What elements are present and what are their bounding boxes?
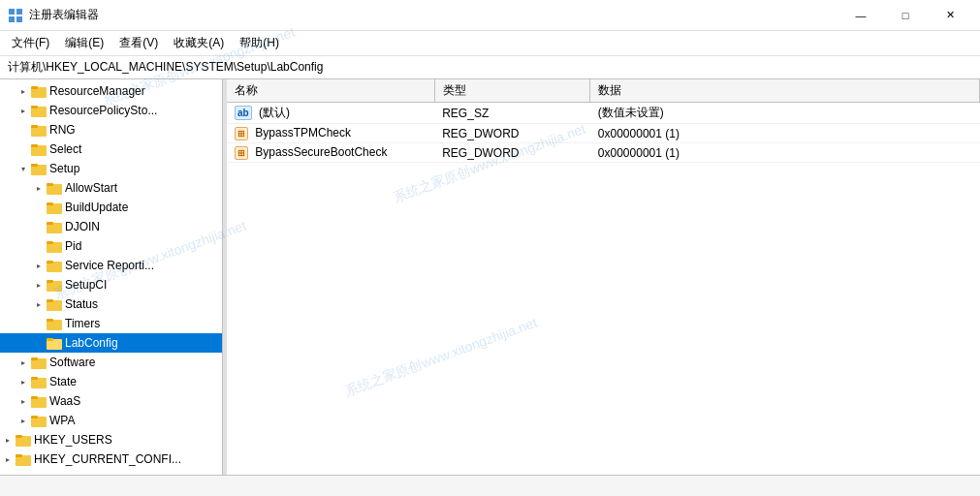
folder-icon xyxy=(47,278,62,292)
tree-label: HKEY_USERS xyxy=(34,433,112,447)
registry-type-cell: REG_DWORD xyxy=(434,143,590,163)
folder-icon xyxy=(31,142,47,156)
tree-arrow xyxy=(16,81,31,101)
tree-label: Service Reporti... xyxy=(65,259,154,272)
folder-icon xyxy=(47,181,62,195)
tree-label: WaaS xyxy=(49,394,80,408)
folder-icon xyxy=(47,297,62,311)
table-row[interactable]: ⊞ BypassTPMCheck REG_DWORD 0x00000001 (1… xyxy=(227,124,980,143)
table-row[interactable]: ⊞ BypassSecureBootCheck REG_DWORD 0x0000… xyxy=(227,143,980,163)
svg-rect-10 xyxy=(31,125,38,128)
svg-rect-3 xyxy=(16,16,22,22)
tree-arrow xyxy=(16,159,31,178)
folder-icon xyxy=(47,336,62,350)
svg-rect-2 xyxy=(9,16,15,22)
tree-item-buildupdate[interactable]: BuildUpdate xyxy=(0,198,222,217)
tree-label: Pid xyxy=(65,239,81,253)
registry-type-cell: REG_SZ xyxy=(434,103,590,124)
tree-label: WPA xyxy=(49,414,75,427)
svg-rect-28 xyxy=(47,299,53,302)
tree-label: Software xyxy=(49,356,95,369)
dword-icon: ⊞ xyxy=(235,146,248,160)
tree-item-pid[interactable]: Pid xyxy=(0,236,222,256)
menu-file[interactable]: 文件(F) xyxy=(4,33,57,54)
svg-rect-0 xyxy=(9,9,15,15)
registry-data-cell: 0x00000001 (1) xyxy=(590,143,980,163)
svg-rect-1 xyxy=(16,9,22,15)
tree-item-status[interactable]: Status xyxy=(0,294,222,314)
close-button[interactable]: ✕ xyxy=(928,0,972,31)
tree-item-labconfig[interactable]: LabConfig xyxy=(0,333,222,353)
folder-icon xyxy=(31,162,47,175)
statusbar xyxy=(0,475,980,496)
folder-icon xyxy=(47,239,62,253)
tree-item-resource-policy[interactable]: ResourcePolicySto... xyxy=(0,101,222,120)
tree-item-timers[interactable]: Timers xyxy=(0,314,222,333)
tree-label: Setup xyxy=(49,162,79,175)
menu-edit[interactable]: 编辑(E) xyxy=(57,33,111,54)
tree-item-setupci[interactable]: SetupCI xyxy=(0,275,222,294)
registry-table: 名称 类型 数据 ab (默认) REG_SZ (数值未设置) xyxy=(227,79,980,163)
tree-item-hkey-current[interactable]: HKEY_CURRENT_CONFI... xyxy=(0,450,222,469)
registry-name: BypassSecureBootCheck xyxy=(255,145,387,159)
tree-arrow xyxy=(16,372,31,391)
tree-item-waas[interactable]: WaaS xyxy=(0,391,222,411)
svg-rect-18 xyxy=(47,202,53,205)
tree-item-rng[interactable]: RNG xyxy=(0,120,222,140)
folder-icon xyxy=(47,220,62,233)
tree-label: DJOIN xyxy=(65,220,100,233)
folder-icon xyxy=(31,104,47,117)
tree-arrow xyxy=(31,256,47,275)
menu-favorites[interactable]: 收藏夹(A) xyxy=(166,33,232,54)
svg-rect-6 xyxy=(31,86,38,89)
tree-arrow xyxy=(31,217,47,236)
registry-name: BypassTPMCheck xyxy=(255,126,351,140)
svg-rect-42 xyxy=(16,435,22,438)
main-content: ResourceManager ResourcePolicySto... RNG… xyxy=(0,79,980,475)
window-controls: — □ ✕ xyxy=(838,0,972,31)
tree-panel: ResourceManager ResourcePolicySto... RNG… xyxy=(0,79,223,475)
tree-item-resource-manager[interactable]: ResourceManager xyxy=(0,81,222,101)
svg-rect-20 xyxy=(47,222,53,225)
folder-icon xyxy=(16,433,31,447)
tree-label: Status xyxy=(65,297,98,311)
tree-label: State xyxy=(49,375,77,388)
tree-item-service-report[interactable]: Service Reporti... xyxy=(0,256,222,275)
folder-icon xyxy=(16,452,31,466)
tree-item-software[interactable]: Software xyxy=(0,353,222,372)
tree-item-allowstart[interactable]: AllowStart xyxy=(0,178,222,198)
tree-label: ResourcePolicySto... xyxy=(49,104,157,117)
table-row[interactable]: ab (默认) REG_SZ (数值未设置) xyxy=(227,103,980,124)
registry-data-cell: 0x00000001 (1) xyxy=(590,124,980,143)
registry-name-cell: ⊞ BypassSecureBootCheck xyxy=(227,143,434,163)
svg-rect-38 xyxy=(31,396,38,399)
titlebar: 注册表编辑器 — □ ✕ xyxy=(0,0,980,31)
tree-arrow xyxy=(0,450,16,469)
col-header-name[interactable]: 名称 xyxy=(227,79,434,103)
svg-rect-22 xyxy=(47,241,53,244)
svg-rect-40 xyxy=(31,416,38,418)
tree-arrow xyxy=(31,294,47,314)
menu-view[interactable]: 查看(V) xyxy=(111,33,166,54)
tree-item-select[interactable]: Select xyxy=(0,140,222,159)
tree-item-state[interactable]: State xyxy=(0,372,222,391)
menu-help[interactable]: 帮助(H) xyxy=(232,33,287,54)
tree-item-hkey-users[interactable]: HKEY_USERS xyxy=(0,430,222,450)
registry-name-cell: ab (默认) xyxy=(227,103,434,124)
svg-rect-24 xyxy=(47,261,53,264)
col-header-type[interactable]: 类型 xyxy=(434,79,590,103)
registry-name-cell: ⊞ BypassTPMCheck xyxy=(227,124,434,143)
minimize-button[interactable]: — xyxy=(838,0,883,31)
col-header-data[interactable]: 数据 xyxy=(590,79,980,103)
svg-rect-44 xyxy=(16,454,22,457)
tree-item-djoin[interactable]: DJOIN xyxy=(0,217,222,236)
svg-rect-26 xyxy=(47,280,53,283)
tree-arrow xyxy=(16,140,31,159)
tree-arrow xyxy=(16,411,31,430)
tree-item-setup[interactable]: Setup xyxy=(0,159,222,178)
maximize-button[interactable]: □ xyxy=(883,0,928,31)
folder-icon xyxy=(31,375,47,388)
svg-rect-32 xyxy=(47,338,53,341)
tree-arrow xyxy=(31,333,47,353)
tree-item-wpa[interactable]: WPA xyxy=(0,411,222,430)
